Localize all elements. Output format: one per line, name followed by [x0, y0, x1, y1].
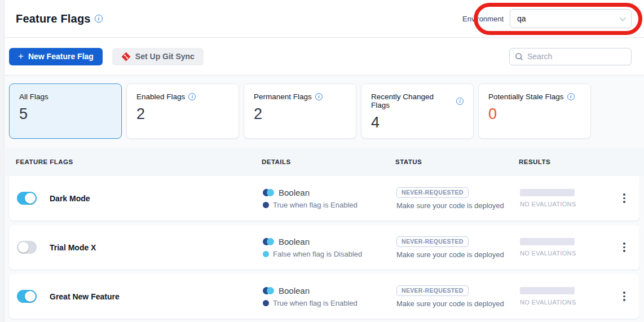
stat-label: Enabled Flags: [136, 92, 185, 101]
boolean-type-icon: [263, 238, 274, 245]
stat-value: 4: [371, 114, 464, 131]
info-icon[interactable]: i: [315, 93, 323, 100]
flag-name[interactable]: Trial Mode X: [50, 243, 96, 252]
new-feature-flag-label: New Feature Flag: [28, 52, 94, 61]
search-icon: [515, 52, 523, 61]
column-header-results: RESULTS: [519, 158, 614, 165]
toggle-knob: [18, 242, 29, 253]
row-menu-kebab-icon[interactable]: [620, 239, 629, 255]
info-icon[interactable]: i: [188, 93, 196, 100]
flag-toggle[interactable]: [17, 290, 37, 303]
boolean-type-icon: [263, 189, 274, 196]
flag-type: Boolean: [279, 237, 310, 246]
results-placeholder-bar: [520, 287, 575, 294]
chevron-down-icon: [620, 15, 626, 21]
stat-label: Potentially Stale Flags: [488, 92, 564, 101]
git-sync-label: Set Up Git Sync: [135, 52, 195, 61]
toolbar: + New Feature Flag Set Up Git Sync: [5, 38, 644, 76]
no-evaluations-label: NO EVALUATIONS: [520, 250, 615, 257]
flag-toggle[interactable]: [17, 192, 37, 205]
stat-card-permanent-flags[interactable]: Permanent Flags i 2: [244, 83, 356, 139]
flag-type: Boolean: [279, 286, 310, 295]
plus-icon: +: [18, 51, 24, 62]
stat-card-enabled-flags[interactable]: Enabled Flags i 2: [126, 83, 239, 139]
flag-name[interactable]: Great New Feature: [50, 292, 120, 301]
flag-type: Boolean: [279, 188, 310, 197]
git-icon: [121, 52, 131, 61]
no-evaluations-label: NO EVALUATIONS: [520, 201, 615, 208]
stats-cards: All Flags 5 Enabled Flags i 2 Permanent …: [5, 76, 644, 148]
stat-card-all-flags[interactable]: All Flags 5: [9, 83, 122, 139]
status-badge: NEVER-REQUESTED: [396, 187, 469, 198]
column-header-status: STATUS: [395, 158, 519, 165]
environment-label: Environment: [462, 15, 504, 23]
info-icon[interactable]: i: [456, 98, 464, 105]
status-text: Make sure your code is deployed: [396, 201, 520, 210]
results-placeholder-bar: [520, 238, 575, 245]
boolean-type-icon: [263, 287, 274, 294]
toggle-knob: [25, 193, 36, 204]
flag-detail: True when flag is Enabled: [273, 299, 358, 307]
value-dot-icon: [263, 251, 269, 257]
stat-value: 2: [136, 105, 229, 123]
stat-value: 5: [19, 105, 112, 123]
info-icon[interactable]: i: [567, 93, 575, 100]
title-info-icon[interactable]: i: [95, 15, 103, 23]
stat-value: 2: [254, 105, 346, 123]
table-row: Dark Mode Boolean True when flag is Enab…: [9, 176, 639, 220]
stat-card-potentially-stale-flags[interactable]: Potentially Stale Flags i 0: [478, 83, 591, 139]
page-header: Feature Flags i Environment qa: [5, 0, 644, 38]
results-placeholder-bar: [520, 189, 575, 196]
column-header-feature-flags: FEATURE FLAGS: [16, 158, 262, 165]
status-text: Make sure your code is deployed: [396, 299, 520, 308]
page-title: Feature Flags: [16, 12, 91, 25]
no-evaluations-label: NO EVALUATIONS: [520, 299, 615, 306]
table-header: FEATURE FLAGS DETAILS STATUS RESULTS: [5, 148, 644, 176]
environment-select[interactable]: qa: [510, 9, 632, 28]
status-badge: NEVER-REQUESTED: [396, 285, 469, 296]
search-box[interactable]: [509, 48, 632, 65]
value-dot-icon: [263, 202, 269, 208]
flag-detail: True when flag is Enabled: [273, 201, 358, 209]
flag-detail: False when flag is Disabled: [273, 250, 362, 258]
value-dot-icon: [263, 300, 269, 306]
flag-name[interactable]: Dark Mode: [50, 194, 90, 203]
stat-value: 0: [488, 105, 581, 123]
flag-toggle[interactable]: [17, 241, 37, 254]
toggle-knob: [25, 291, 36, 302]
stat-label: All Flags: [19, 92, 48, 101]
table-row: Trial Mode X Boolean False when flag is …: [9, 225, 639, 270]
search-input[interactable]: [527, 52, 629, 61]
row-menu-kebab-icon[interactable]: [620, 190, 629, 206]
status-badge: NEVER-REQUESTED: [396, 236, 469, 247]
feature-flags-page: Feature Flags i Environment qa + New Fea…: [5, 0, 644, 319]
column-header-details: DETAILS: [262, 158, 395, 165]
stat-label: Recently Changed Flags: [371, 92, 453, 109]
status-text: Make sure your code is deployed: [396, 250, 520, 259]
sidebar-edge: [0, 0, 5, 322]
table-row: Great New Feature Boolean True when flag…: [9, 274, 639, 319]
new-feature-flag-button[interactable]: + New Feature Flag: [9, 48, 103, 65]
setup-git-sync-button[interactable]: Set Up Git Sync: [112, 48, 204, 65]
row-menu-kebab-icon[interactable]: [620, 288, 629, 305]
environment-value: qa: [517, 14, 526, 23]
stat-label: Permanent Flags: [254, 92, 312, 101]
stat-card-recently-changed-flags[interactable]: Recently Changed Flags i 4: [361, 83, 474, 139]
